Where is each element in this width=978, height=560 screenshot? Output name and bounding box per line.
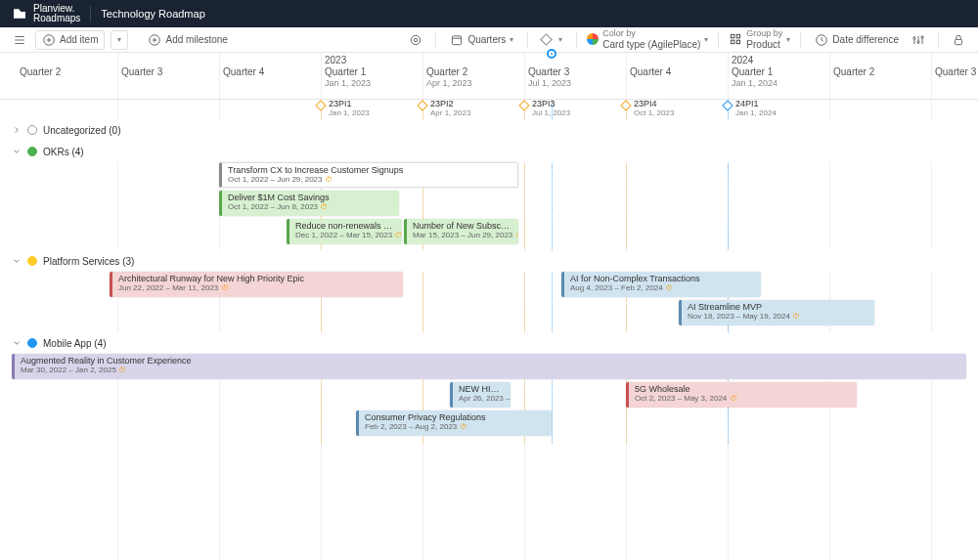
milestone-date: Jan 1, 2024 bbox=[735, 109, 777, 118]
quarter-date: Jan 1, 2024 bbox=[732, 78, 778, 88]
card-ai-streamline[interactable]: AI Streamline MVP Nov 18, 2023 – May 19,… bbox=[679, 300, 874, 325]
card-dates: Oct 2, 2023 – May 3, 2024 bbox=[635, 394, 727, 403]
warning-icon: ⏱ bbox=[792, 312, 800, 321]
diamond-icon bbox=[540, 33, 553, 46]
sliders-icon bbox=[911, 33, 925, 47]
list-icon bbox=[13, 33, 26, 47]
lane-header-okrs[interactable]: OKRs (4) bbox=[0, 141, 978, 162]
settings-button[interactable] bbox=[909, 30, 928, 50]
add-milestone-button[interactable]: Add milestone bbox=[144, 33, 231, 47]
svg-point-23 bbox=[921, 35, 923, 37]
svg-point-22 bbox=[917, 40, 919, 42]
roadmap-body: 23PI1Jan 1, 2023 23PI2Apr 1, 2023 23PI3J… bbox=[0, 100, 978, 444]
planview-icon bbox=[12, 6, 27, 22]
app-header: Planview. Roadmaps Technology Roadmap bbox=[0, 0, 978, 27]
card-dates: Apr 26, 2023 – Jun bbox=[459, 394, 511, 403]
quarter-date: Jul 1, 2023 bbox=[528, 78, 571, 88]
brand-logo[interactable]: Planview. Roadmaps bbox=[12, 4, 80, 23]
lane-body-okrs: Transform CX to Increase Customer Signup… bbox=[0, 162, 978, 250]
lane-header-uncategorized[interactable]: Uncategorized (0) bbox=[0, 119, 978, 141]
lane-color-dot bbox=[27, 256, 37, 266]
warning-icon: ⏱ bbox=[221, 283, 229, 292]
lane-header-platform[interactable]: Platform Services (3) bbox=[0, 250, 978, 272]
timescale-dropdown[interactable]: Quarters ▾ bbox=[446, 33, 517, 47]
roadmap-title: Technology Roadmap bbox=[101, 8, 204, 20]
quarter-label: Quarter 3 bbox=[935, 66, 976, 77]
card-dates: Oct 1, 2022 – Jun 8, 2023 bbox=[228, 202, 318, 211]
color-by-dropdown[interactable]: Color by Card type (AgilePlace) ▾ bbox=[587, 29, 708, 50]
card-title: 5G Wholesale bbox=[635, 384, 851, 394]
target-button[interactable] bbox=[406, 30, 425, 50]
header-divider bbox=[90, 6, 91, 22]
chevron-down-icon bbox=[12, 147, 22, 156]
card-okr-subscriptions[interactable]: Number of New Subscriptions Mar 15, 2023… bbox=[404, 219, 518, 244]
warning-icon: ⏱ bbox=[320, 202, 328, 211]
card-title: Transform CX to Increase Customer Signup… bbox=[228, 165, 511, 175]
lane-header-mobile[interactable]: Mobile App (4) bbox=[0, 332, 978, 354]
lane-label: Mobile App (4) bbox=[43, 338, 106, 349]
warning-icon: ⏱ bbox=[325, 175, 333, 184]
list-view-button[interactable] bbox=[10, 30, 29, 50]
milestone-filter[interactable]: ▾ bbox=[538, 35, 566, 44]
svg-rect-15 bbox=[732, 41, 735, 45]
card-architectural-runway[interactable]: Architectural Runway for New High Priori… bbox=[110, 272, 403, 297]
year-2023: 2023 bbox=[325, 55, 346, 65]
lane-color-dot bbox=[27, 147, 37, 156]
quarter-label: Quarter 4 bbox=[630, 66, 671, 77]
lane-color-dot bbox=[27, 125, 37, 135]
add-item-dropdown[interactable]: ▾ bbox=[111, 30, 128, 50]
card-title: NEW HIGH PRIC bbox=[459, 384, 505, 394]
brand-line2: Roadmaps bbox=[33, 14, 80, 23]
calendar-icon bbox=[450, 33, 464, 47]
target-icon bbox=[409, 33, 422, 47]
card-title: AI for Non-Complex Transactions bbox=[570, 274, 755, 283]
lock-button[interactable] bbox=[949, 30, 968, 50]
quarter-label: Quarter 2 bbox=[20, 66, 61, 77]
card-new-high-pric[interactable]: NEW HIGH PRIC Apr 26, 2023 – Jun bbox=[450, 382, 511, 408]
quarter-label: Quarter 2 bbox=[426, 66, 467, 77]
milestone-23pi1[interactable]: 23PI1Jan 1, 2023 bbox=[321, 100, 370, 118]
caret-icon: ▾ bbox=[704, 35, 708, 44]
card-title: Deliver $1M Cost Savings bbox=[228, 193, 393, 202]
warning-icon: ⏱ bbox=[118, 366, 126, 374]
group-by-label: Group by bbox=[746, 29, 782, 39]
date-difference-button[interactable]: Date difference bbox=[811, 33, 903, 47]
card-augmented-reality[interactable]: Augmented Reality in Customer Experience… bbox=[12, 354, 966, 379]
chevron-down-icon bbox=[12, 256, 22, 266]
group-by-dropdown[interactable]: Group by Product ▾ bbox=[729, 29, 790, 50]
card-okr-transform-cx[interactable]: Transform CX to Increase Customer Signup… bbox=[219, 162, 518, 188]
quarter-label: Quarter 3 bbox=[121, 66, 162, 77]
add-milestone-label: Add milestone bbox=[165, 34, 227, 45]
milestone-23pi4[interactable]: 23PI4Oct 1, 2023 bbox=[626, 100, 674, 118]
milestone-24pi1[interactable]: 24PI1Jan 1, 2024 bbox=[728, 100, 777, 118]
milestone-date: Apr 1, 2023 bbox=[430, 109, 470, 118]
lane-color-dot bbox=[27, 338, 37, 348]
card-5g-wholesale[interactable]: 5G Wholesale Oct 2, 2023 – May 3, 2024 ⏱ bbox=[626, 382, 857, 408]
quarter-label: Quarter 1 bbox=[325, 66, 366, 77]
quarter-label: Quarter 3 bbox=[528, 66, 569, 77]
card-okr-cost-savings[interactable]: Deliver $1M Cost Savings Oct 1, 2022 – J… bbox=[219, 191, 399, 216]
svg-point-10 bbox=[415, 38, 419, 42]
card-title: AI Streamline MVP bbox=[688, 302, 868, 312]
milestone-date: Jan 1, 2023 bbox=[329, 109, 370, 118]
card-dates: Oct 1, 2022 – Jun 29, 2023 bbox=[228, 175, 323, 184]
milestone-23pi3[interactable]: 23PI3Jul 1, 2023 bbox=[524, 100, 570, 118]
svg-rect-11 bbox=[453, 35, 462, 44]
plus-icon bbox=[42, 33, 56, 47]
milestone-23pi2[interactable]: 23PI2Apr 1, 2023 bbox=[422, 100, 470, 118]
card-dates: Mar 15, 2023 – Jun 29, 2023 bbox=[413, 231, 512, 239]
svg-point-9 bbox=[412, 35, 421, 44]
today-marker bbox=[547, 49, 556, 59]
card-dates: Dec 1, 2022 – Mar 15, 2023 bbox=[295, 231, 392, 239]
card-consumer-privacy[interactable]: Consumer Privacy Regulations Feb 2, 2023… bbox=[356, 410, 552, 436]
svg-rect-13 bbox=[732, 35, 735, 39]
caret-icon: ▾ bbox=[510, 35, 513, 44]
card-okr-non-renewals[interactable]: Reduce non-renewals by 30% Dec 1, 2022 –… bbox=[287, 219, 402, 244]
lane-label: Platform Services (3) bbox=[43, 256, 134, 267]
card-ai-transactions[interactable]: AI for Non-Complex Transactions Aug 4, 2… bbox=[561, 272, 761, 297]
quarter-date: Apr 1, 2023 bbox=[426, 78, 472, 88]
clock-icon bbox=[815, 33, 828, 47]
warning-icon: ⏱ bbox=[515, 231, 518, 239]
add-item-button[interactable]: Add item bbox=[35, 30, 105, 50]
year-2024: 2024 bbox=[732, 55, 753, 65]
